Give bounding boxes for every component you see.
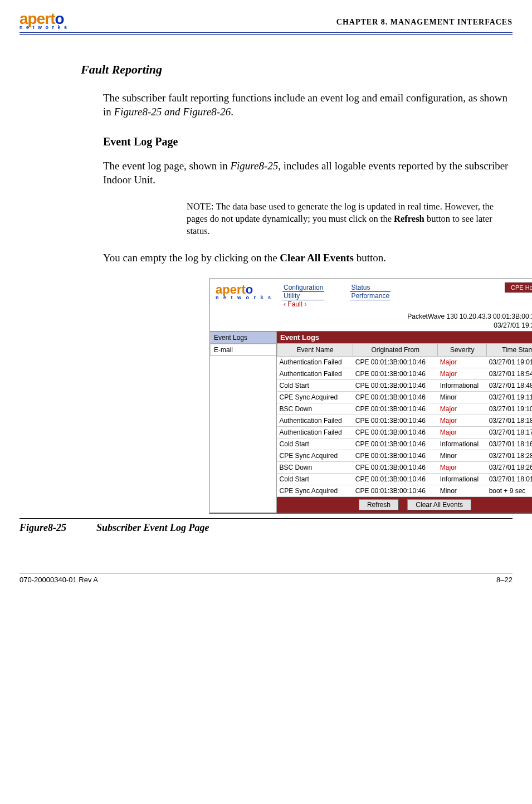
- cell-originated-from: CPE 00:01:3B:00:10:46: [353, 438, 438, 450]
- table-row: Authentication FailedCPE 00:01:3B:00:10:…: [277, 427, 533, 438]
- document-body: Fault Reporting The subscriber fault rep…: [81, 62, 513, 534]
- cell-severity: Major: [438, 415, 487, 427]
- cell-event-name: CPE Sync Acquired: [277, 450, 353, 462]
- brand-logo: aperto n e t w o r k s: [19, 10, 68, 30]
- clear-all-events-button[interactable]: Clear All Events: [407, 499, 471, 510]
- table-row: Authentication FailedCPE 00:01:3B:00:10:…: [277, 368, 533, 380]
- ident-line-1: PacketWave 130 10.20.43.3 00:01:3B:00:10…: [210, 313, 532, 321]
- figure-screenshot: aperto n e t w o r k s Configuration Uti…: [209, 278, 532, 514]
- footer-page-number: 8–22: [496, 576, 513, 584]
- main-panel: Event Logs Event Name Originated From Se…: [277, 332, 532, 513]
- cell-time-stamp: 03/27/01 18:28:25: [487, 450, 532, 462]
- cell-time-stamp: boot + 9 sec: [487, 485, 532, 497]
- col-originated-from: Originated From: [353, 344, 438, 357]
- sidebar: Event Logs E-mail: [210, 332, 277, 513]
- cell-event-name: BSC Down: [277, 403, 353, 415]
- cell-event-name: Authentication Failed: [277, 427, 353, 438]
- tab-utility[interactable]: Utility: [282, 292, 324, 300]
- app-logo: aperto n e t w o r k s: [216, 282, 272, 300]
- cell-time-stamp: 03/27/01 18:18:02: [487, 415, 532, 427]
- cell-originated-from: CPE 00:01:3B:00:10:46: [353, 462, 438, 474]
- figure-rule: [19, 518, 513, 519]
- col-severity: Severity: [438, 344, 487, 357]
- table-row: Cold StartCPE 00:01:3B:00:10:46Informati…: [277, 438, 533, 450]
- cell-time-stamp: 03/27/01 18:26:47: [487, 462, 532, 474]
- cell-time-stamp: 03/27/01 18:17:55: [487, 427, 532, 438]
- table-row: CPE Sync AcquiredCPE 00:01:3B:00:10:46Mi…: [277, 392, 533, 403]
- table-row: BSC DownCPE 00:01:3B:00:10:46Major03/27/…: [277, 403, 533, 415]
- cell-originated-from: CPE 00:01:3B:00:10:46: [353, 380, 438, 392]
- table-row: CPE Sync AcquiredCPE 00:01:3B:00:10:46Mi…: [277, 485, 533, 497]
- app-header: aperto n e t w o r k s Configuration Uti…: [210, 279, 532, 310]
- note-paragraph: NOTE: The data base used to generate the…: [187, 201, 513, 238]
- sidebar-item-email[interactable]: E-mail: [210, 344, 276, 356]
- cell-severity: Major: [438, 462, 487, 474]
- cell-originated-from: CPE 00:01:3B:00:10:46: [353, 392, 438, 403]
- section-heading: Fault Reporting: [81, 62, 513, 77]
- sidebar-item-event-logs[interactable]: Event Logs: [210, 332, 276, 344]
- tab-configuration[interactable]: Configuration: [282, 284, 324, 292]
- event-log-table: Event Name Originated From Severity Time…: [277, 343, 532, 497]
- cell-originated-from: CPE 00:01:3B:00:10:46: [353, 415, 438, 427]
- table-row: CPE Sync AcquiredCPE 00:01:3B:00:10:46Mi…: [277, 450, 533, 462]
- cell-severity: Minor: [438, 392, 487, 403]
- cell-severity: Informational: [438, 438, 487, 450]
- table-row: Cold StartCPE 00:01:3B:00:10:46Informati…: [277, 474, 533, 485]
- cell-originated-from: CPE 00:01:3B:00:10:46: [353, 368, 438, 380]
- col-time-stamp: Time Stamp: [487, 344, 532, 357]
- logo-subtext: n e t w o r k s: [19, 25, 68, 30]
- cell-event-name: CPE Sync Acquired: [277, 392, 353, 403]
- cell-originated-from: CPE 00:01:3B:00:10:46: [353, 403, 438, 415]
- cell-severity: Informational: [438, 474, 487, 485]
- cell-time-stamp: 03/27/01 18:48:22: [487, 380, 532, 392]
- cell-event-name: BSC Down: [277, 462, 353, 474]
- cell-severity: Informational: [438, 380, 487, 392]
- cell-originated-from: CPE 00:01:3B:00:10:46: [353, 474, 438, 485]
- cell-time-stamp: 03/27/01 19:01:32: [487, 357, 532, 368]
- cell-event-name: CPE Sync Acquired: [277, 485, 353, 497]
- cell-event-name: Cold Start: [277, 380, 353, 392]
- cell-time-stamp: 03/27/01 19:10:06: [487, 403, 532, 415]
- chapter-label: CHAPTER 8. MANAGEMENT INTERFACES: [336, 18, 513, 27]
- cell-severity: Major: [438, 357, 487, 368]
- cell-time-stamp: 03/27/01 19:11:43: [487, 392, 532, 403]
- nav-tabs: Configuration Utility Fault Status Perfo…: [282, 284, 391, 308]
- refresh-button[interactable]: Refresh: [359, 499, 399, 510]
- cell-originated-from: CPE 00:01:3B:00:10:46: [353, 357, 438, 368]
- table-row: Authentication FailedCPE 00:01:3B:00:10:…: [277, 415, 533, 427]
- page-footer: 070-20000340-01 Rev A 8–22: [19, 573, 513, 584]
- table-row: Authentication FailedCPE 00:01:3B:00:10:…: [277, 357, 533, 368]
- cell-time-stamp: 03/27/01 18:16:59: [487, 438, 532, 450]
- cell-severity: Minor: [438, 450, 487, 462]
- cell-originated-from: CPE 00:01:3B:00:10:46: [353, 450, 438, 462]
- footer-doc-id: 070-20000340-01 Rev A: [19, 576, 98, 584]
- cell-originated-from: CPE 00:01:3B:00:10:46: [353, 427, 438, 438]
- intro-paragraph: The subscriber fault reporting functions…: [103, 91, 513, 119]
- cpe-home-button[interactable]: CPE Home: [505, 282, 532, 293]
- cell-event-name: Authentication Failed: [277, 415, 353, 427]
- cell-time-stamp: 03/27/01 18:01:33: [487, 474, 532, 485]
- clear-paragraph: You can empty the log by clicking on the…: [103, 251, 513, 265]
- cell-event-name: Cold Start: [277, 438, 353, 450]
- cell-severity: Major: [438, 427, 487, 438]
- cell-event-name: Cold Start: [277, 474, 353, 485]
- eventlog-paragraph: The event log page, shown in Figure8-25,…: [103, 159, 513, 187]
- ident-line-2: 03/27/01 19:23:20: [210, 321, 532, 330]
- tab-fault[interactable]: Fault: [282, 300, 324, 308]
- page-header: aperto n e t w o r k s CHAPTER 8. MANAGE…: [19, 10, 513, 35]
- cell-severity: Major: [438, 403, 487, 415]
- tab-performance[interactable]: Performance: [350, 292, 391, 300]
- cell-time-stamp: 03/27/01 18:54:25: [487, 368, 532, 380]
- subsection-heading: Event Log Page: [103, 135, 513, 148]
- tab-status[interactable]: Status: [350, 284, 391, 292]
- cell-event-name: Authentication Failed: [277, 368, 353, 380]
- col-event-name: Event Name: [277, 344, 353, 357]
- table-row: BSC DownCPE 00:01:3B:00:10:46Major03/27/…: [277, 462, 533, 474]
- device-ident: PacketWave 130 10.20.43.3 00:01:3B:00:10…: [210, 310, 532, 332]
- cell-originated-from: CPE 00:01:3B:00:10:46: [353, 485, 438, 497]
- action-bar: Refresh Clear All Events: [277, 497, 532, 513]
- figure-caption: Figure8-25Subscriber Event Log Page: [19, 522, 513, 534]
- panel-title: Event Logs: [277, 332, 532, 343]
- cell-severity: Major: [438, 368, 487, 380]
- table-row: Cold StartCPE 00:01:3B:00:10:46Informati…: [277, 380, 533, 392]
